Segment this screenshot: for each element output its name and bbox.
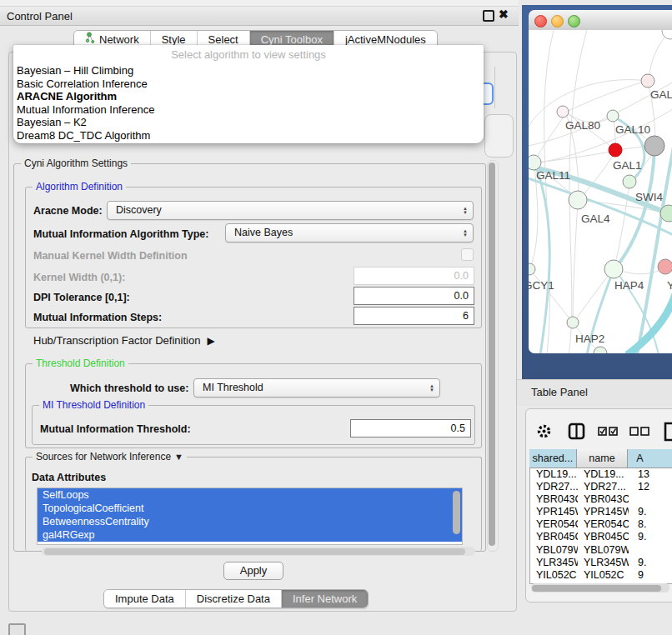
attribute-item-topologicalcoefficient[interactable]: TopologicalCoefficient [38, 502, 462, 515]
network-edge [566, 81, 648, 112]
table-cell: YIL052C [530, 569, 578, 582]
list-scrollbar-thumb[interactable] [453, 491, 460, 534]
table-row[interactable]: YBR045CYBR045C9. [530, 531, 672, 543]
column-header-a[interactable]: A [628, 449, 672, 468]
which-threshold-select[interactable]: MI Threshold ▲▼ [193, 378, 440, 398]
table-cell: YLR345W [530, 557, 578, 569]
table-body: YDL19...YDL19...13YDR27...YDR27...12YBR0… [530, 468, 672, 582]
table-row[interactable]: YER054CYER054C8. [530, 518, 672, 531]
control-panel-title: Control Panel [7, 10, 73, 22]
minimized-panel-icon[interactable] [8, 623, 26, 635]
screen: Control Panel ✖ NetworkStyleSelectCyni T… [0, 0, 672, 635]
data-attributes-label: Data Attributes [32, 472, 106, 483]
network-node-gal80[interactable] [557, 106, 569, 118]
node-label: GCY1 [529, 279, 554, 292]
algorithm-option-bayesian-k2[interactable]: Bayesian – K2 [13, 116, 484, 129]
network-node-hap2[interactable] [567, 317, 579, 328]
table-row[interactable]: YBL079WYBL079W [530, 544, 672, 557]
mi-type-select[interactable]: Naive Bayes ▲▼ [225, 223, 474, 242]
table-row[interactable]: YIL052CYIL052C9 [530, 569, 672, 582]
table-cell: YBL079W [530, 544, 578, 557]
minimize-traffic-light-icon[interactable] [551, 15, 564, 28]
network-node-gal4[interactable] [569, 191, 587, 209]
tab-label: Discretize Data [197, 590, 270, 608]
network-node-hap4[interactable] [604, 260, 623, 278]
mi-threshold-field[interactable]: 0.5 [350, 419, 471, 438]
table-cell: YDL19... [530, 468, 578, 481]
network-window-titlebar[interactable] [529, 10, 672, 31]
table-panel-title: Table Panel [531, 386, 588, 398]
node-label: GAL4 [581, 212, 610, 225]
table-cell: YIL052C [578, 569, 629, 582]
node-label: GAL1 [613, 159, 642, 172]
top-strip [0, 0, 519, 7]
close-icon[interactable]: ✖ [499, 8, 509, 21]
close-traffic-light-icon[interactable] [534, 15, 547, 28]
network-node-gal-top[interactable] [641, 74, 654, 88]
node-label: GAL [650, 88, 672, 101]
float-window-icon[interactable] [483, 10, 494, 22]
network-node-swi4[interactable] [623, 175, 636, 188]
algorithm-option-mutual-information-inference[interactable]: Mutual Information Inference [13, 103, 484, 117]
network-node-gray-node[interactable] [644, 136, 664, 156]
aracne-mode-select[interactable]: Discovery ▲▼ [107, 201, 474, 220]
table-row[interactable]: YDR27...YDR27...12 [530, 481, 672, 493]
tab-discretize-data[interactable]: Discretize Data [185, 590, 281, 608]
table-header-row: shared...nameA [529, 449, 672, 468]
hub-definition-toggle[interactable]: Hub/Transcription Factor Definition▶ [33, 334, 215, 347]
sources-group-title[interactable]: Sources for Network Inference▼ [33, 451, 187, 462]
table-cell: YER054C [578, 518, 629, 531]
hub-definition-label: Hub/Transcription Factor Definition [33, 334, 200, 347]
settings-vertical-scrollbar[interactable] [487, 160, 499, 552]
algorithm-option-basic-correlation-inference[interactable]: Basic Correlation Inference [13, 78, 484, 91]
mi-steps-field[interactable]: 6 [354, 307, 474, 325]
data-attributes-list[interactable]: SelfLoopsTopologicalCoefficientBetweenne… [37, 488, 463, 545]
network-node-gcy1[interactable] [529, 263, 535, 275]
network-node-gal11[interactable] [529, 155, 541, 170]
network-node-gal1[interactable] [609, 143, 622, 157]
settings-horizontal-scrollbar[interactable] [42, 547, 475, 556]
algorithm-option-dream8-dc-tdc-algorithm[interactable]: Dream8 DC_TDC Algorithm [13, 129, 484, 142]
table-cell: YBR045C [578, 531, 629, 543]
dpi-tolerance-field[interactable]: 0.0 [354, 287, 474, 305]
column-header-name[interactable]: name [577, 449, 628, 468]
table-row[interactable]: YDL19...YDL19...13 [530, 468, 672, 481]
columns-icon[interactable] [568, 422, 585, 440]
tab-infer-network[interactable]: Infer Network [281, 590, 368, 608]
attribute-item-selfloops[interactable]: SelfLoops [38, 488, 462, 502]
aracne-mode-value: Discovery [116, 204, 162, 216]
table-cell: YPR145W [578, 506, 629, 518]
table-horizontal-scrollbar[interactable] [531, 583, 669, 592]
manual-kernel-checkbox[interactable] [461, 248, 474, 261]
gear-icon[interactable] [536, 423, 552, 439]
mi-threshold-group-title: MI Threshold Definition [39, 399, 148, 411]
tab-label: Infer Network [293, 590, 357, 608]
algorithm-option-bayesian-hill-climbing[interactable]: Bayesian – Hill Climbing [13, 64, 484, 78]
spinner-arrows-icon: ▲▼ [463, 202, 468, 219]
table-cell: YLR345W [578, 557, 629, 569]
attribute-item-gal4rgexp[interactable]: gal4RGexp [38, 528, 462, 542]
kernel-width-field[interactable]: 0.0 [354, 267, 474, 285]
algorithm-option-aracne-algorithm[interactable]: ARACNE Algorithm [13, 90, 484, 103]
attribute-item-betweennesscentrality[interactable]: BetweennessCentrality [38, 515, 462, 528]
algorithm-definition-title: Algorithm Definition [33, 181, 126, 192]
table-row[interactable]: YLR345WYLR345W9. [530, 557, 672, 569]
network-node-top-arc[interactable] [662, 30, 672, 39]
zoom-traffic-light-icon[interactable] [568, 15, 580, 28]
mi-threshold-label: Mutual Information Threshold: [40, 423, 191, 435]
network-node-gal10[interactable] [607, 110, 619, 122]
node-label: HAP4 [614, 279, 644, 292]
apply-button[interactable]: Apply [223, 562, 283, 580]
network-canvas[interactable]: GALGAL80GAL10GAL1GAL11SWI4GAL4GCY1HAP4YH… [529, 30, 672, 353]
aracne-mode-label: Aracne Mode: [33, 205, 103, 217]
tab-impute-data[interactable]: Impute Data [104, 590, 185, 608]
column-header-shared-[interactable]: shared... [529, 449, 577, 468]
which-threshold-value: MI Threshold [203, 382, 263, 393]
table-cell [629, 493, 672, 506]
table-row[interactable]: YPR145WYPR145W9. [530, 506, 672, 518]
unchecked-boxes-icon[interactable] [629, 427, 650, 436]
table-row[interactable]: YBR043CYBR043C [530, 493, 672, 506]
network-node-salmon-node[interactable] [658, 259, 672, 274]
file-icon[interactable] [664, 422, 672, 442]
checked-boxes-icon[interactable] [598, 427, 619, 436]
